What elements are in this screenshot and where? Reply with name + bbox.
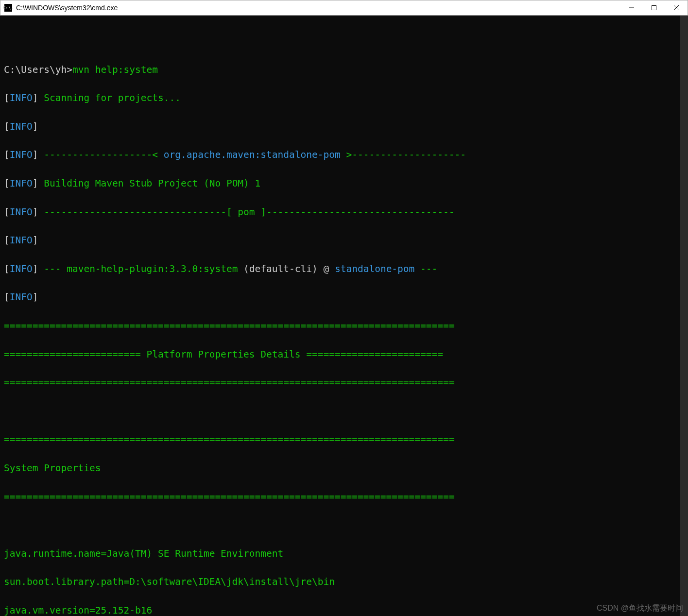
svg-rect-1 (652, 6, 656, 10)
maximize-button[interactable] (643, 0, 665, 15)
info-tag: INFO (10, 92, 33, 103)
system-properties-header: System Properties (4, 463, 688, 473)
minimize-button[interactable] (620, 0, 643, 15)
platform-header: Platform Properties Details (147, 349, 301, 360)
window-titlebar[interactable]: C:\. C:\WINDOWS\system32\cmd.exe (0, 0, 688, 16)
window-title: C:\WINDOWS\system32\cmd.exe (16, 4, 118, 12)
plugin-name: maven-help-plugin:3.3.0:system (67, 263, 238, 274)
plugin-target: standalone-pom (335, 263, 414, 274)
property-line: java.runtime.name=Java(TM) SE Runtime En… (4, 549, 688, 559)
command-text: mvn help:system (72, 64, 158, 75)
property-line: java.vm.version=25.152-b16 (4, 606, 688, 616)
property-line: sun.boot.library.path=D:\software\IDEA\j… (4, 577, 688, 587)
pom-id: org.apache.maven:standalone-pom (164, 149, 341, 160)
cmd-icon: C:\. (4, 4, 12, 12)
prompt-path: C:\Users\yh> (4, 64, 72, 75)
vertical-scrollbar[interactable] (680, 16, 688, 616)
separator-line: ========================================… (4, 321, 688, 331)
watermark-text: CSDN @鱼找水需要时间 (597, 604, 683, 612)
terminal-output[interactable]: C:\Users\yh>mvn help:system [INFO] Scann… (0, 16, 688, 616)
window-controls (620, 0, 688, 15)
close-button[interactable] (665, 0, 688, 15)
scanning-line: Scanning for projects... (38, 92, 181, 103)
building-line: Building Maven Stub Project (No POM) 1 (38, 178, 260, 189)
